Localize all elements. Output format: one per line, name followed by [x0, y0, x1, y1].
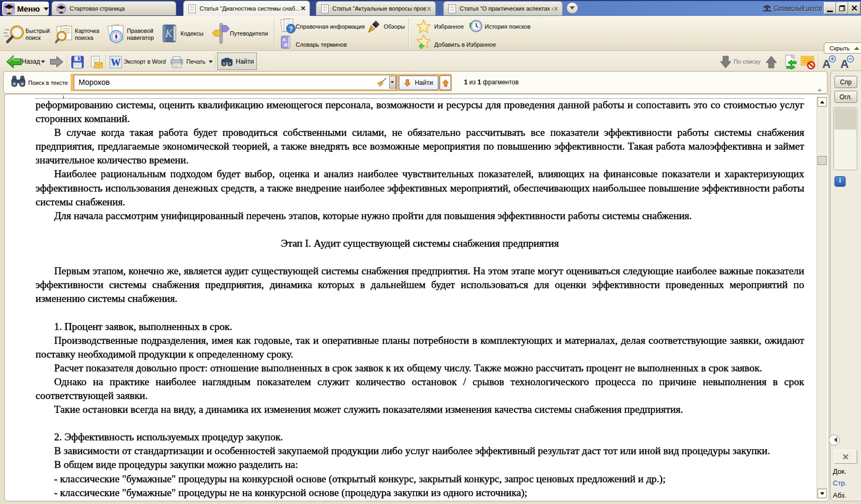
- svg-text:А: А: [282, 37, 286, 42]
- svg-text:W: W: [111, 57, 121, 68]
- svg-text:К: К: [165, 28, 173, 39]
- svg-text:Я: Я: [284, 42, 287, 48]
- svg-text:?: ?: [289, 25, 292, 33]
